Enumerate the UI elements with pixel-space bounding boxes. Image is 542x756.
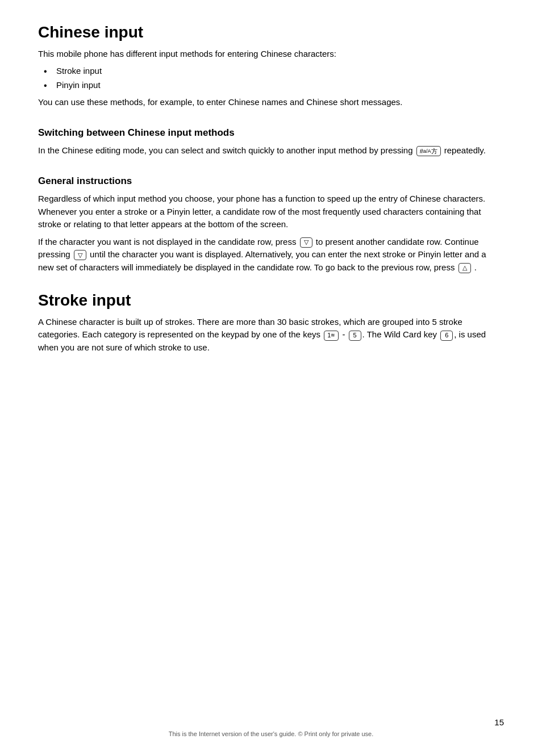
stroke-title: Stroke input [38,291,504,310]
nav-down-icon: ▽ [300,237,312,248]
general-paragraph-1: Regardless of which input method you cho… [38,193,504,231]
page-content: Chinese input This mobile phone has diff… [38,23,504,354]
key6-icon: 6 [440,331,453,341]
list-item: Pinyin input [44,79,504,92]
switching-section: Switching between Chinese input methods … [38,126,504,157]
general-title: General instructions [38,174,504,189]
key5-icon: 5 [349,331,361,341]
main-title: Chinese input [38,23,504,42]
page-number: 15 [0,716,542,729]
footer-text: This is the Internet version of the user… [169,730,374,739]
switching-paragraph: In the Chinese editing mode, you can sel… [38,144,504,157]
page-footer: 15 This is the Internet version of the u… [0,716,542,739]
key1-icon: 1≋ [324,331,339,341]
list-item: Stroke input [44,65,504,78]
nav-up-icon: △ [458,263,471,273]
general-section: General instructions Regardless of which… [38,174,504,274]
bullet-list: Stroke input Pinyin input [38,65,504,91]
hash-key-icon: #a/A方 [416,146,441,156]
use-paragraph: You can use these methods, for example, … [38,96,504,109]
switching-title: Switching between Chinese input methods [38,126,504,140]
stroke-section: Stroke input A Chinese character is buil… [38,291,504,354]
stroke-paragraph: A Chinese character is built up of strok… [38,316,504,354]
general-paragraph-2: If the character you want is not display… [38,236,504,274]
nav-down-icon-2: ▽ [74,250,86,260]
intro-paragraph: This mobile phone has different input me… [38,48,504,61]
